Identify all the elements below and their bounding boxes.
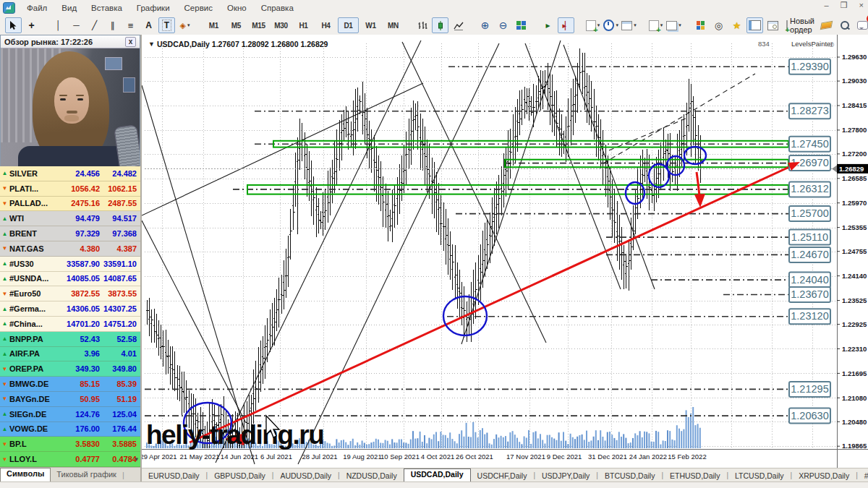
timeframe-w1[interactable]: W1 — [360, 17, 381, 33]
candlestick-chart-icon[interactable] — [432, 17, 448, 33]
symbol-row-NAT.GAS[interactable]: ▼NAT.GAS4.3804.387 — [0, 241, 140, 257]
zoom-out-icon[interactable]: ⊖ — [495, 17, 511, 33]
data-window-icon[interactable] — [746, 17, 763, 33]
symbol-row-WTI[interactable]: ▲WTI94.47994.517 — [0, 211, 140, 226]
symbol-row-PALLAD...[interactable]: ▼PALLAD...2475.162487.55 — [0, 197, 140, 212]
symbol-row-#Germa...[interactable]: ▲#Germa...14306.0514307.25 — [0, 301, 140, 317]
chart-tab-eurusd[interactable]: EURUSD,Daily — [142, 471, 206, 482]
symbol-row-AIRF.PA[interactable]: ▲AIRF.PA3.964.01 — [0, 347, 140, 362]
timeframe-h4[interactable]: H4 — [315, 17, 336, 33]
close-icon[interactable]: x — [125, 37, 136, 47]
minimize-button[interactable]: – — [825, 1, 829, 10]
menu-графики[interactable]: Графики — [129, 0, 177, 16]
timeframe-d1[interactable]: D1 — [338, 17, 359, 33]
app-logo-icon — [3, 2, 15, 14]
chart-tab-audusd[interactable]: AUDUSD,Daily — [273, 471, 338, 482]
eraser-icon[interactable] — [818, 17, 835, 33]
svg-text:1.20630: 1.20630 — [791, 410, 828, 421]
chart-tab-usdchf[interactable]: USDCHF,Daily — [471, 471, 534, 482]
symbol-row-#USNDA...[interactable]: ▲#USNDA...14085.0514087.65 — [0, 272, 140, 287]
tab-tick-chart[interactable]: Тиковый график — [51, 469, 122, 482]
window-layout-icon[interactable]: ▾ — [665, 17, 682, 33]
chart-tab-usdcad[interactable]: USDCAD,Daily — [404, 468, 471, 482]
svg-text:1.23670: 1.23670 — [791, 288, 828, 300]
chart-shift-icon[interactable]: ▸▏ — [558, 17, 574, 33]
menu-файл[interactable]: Файл — [20, 0, 54, 16]
market-watch-tabs: Символы Тиковый график| — [0, 467, 140, 482]
symbol-row-LLOY.L[interactable]: ▼LLOY.L0.47770.4784▾ — [0, 452, 140, 467]
scroll-down-icon[interactable]: ▾ — [135, 455, 138, 463]
palette-icon[interactable] — [692, 17, 709, 33]
chart-tab-#ussid[interactable]: #USSid — [858, 471, 868, 482]
trendline-icon[interactable]: ╱ — [86, 17, 103, 33]
symbol-row-OREP.PA[interactable]: ▼OREP.PA349.30349.80 — [0, 361, 140, 377]
chat-icon[interactable]: 1 — [854, 17, 868, 33]
svg-text:1.24670: 1.24670 — [791, 249, 828, 260]
timeframe-m15[interactable]: M15 — [248, 17, 269, 33]
symbol-row-PLATI...[interactable]: ▼PLATI...1056.421062.15 — [0, 181, 140, 197]
symbol-row-SIEGn.DE[interactable]: ▲SIEGn.DE124.76125.04 — [0, 407, 140, 422]
symbol-row-BNPP.PA[interactable]: ▲BNPP.PA52.4352.58 — [0, 332, 140, 347]
bar-chart-icon[interactable] — [414, 17, 430, 33]
chart-tab-ltcusd[interactable]: LTCUSD,Daily — [728, 471, 790, 482]
restore-button[interactable]: ❒ — [841, 1, 848, 10]
menu-вставка[interactable]: Вставка — [84, 0, 129, 16]
crosshair-icon[interactable]: + — [23, 17, 40, 33]
timeframe-h1[interactable]: H1 — [293, 17, 314, 33]
arrow-objects-icon[interactable]: ◈▾ — [176, 17, 193, 33]
templates-icon[interactable]: ▾ — [621, 17, 637, 33]
symbol-row-#China...[interactable]: ▲#China...14701.2014751.20 — [0, 317, 140, 332]
timeframe-m30[interactable]: M30 — [271, 17, 292, 33]
chart-periods-icon[interactable]: ▾ — [603, 17, 619, 33]
menu-справка[interactable]: Справка — [254, 0, 301, 16]
symbol-row-#US30[interactable]: ▲#US3033587.9033591.10 — [0, 257, 140, 272]
menu-сервис[interactable]: Сервис — [177, 0, 220, 16]
line-chart-icon[interactable] — [450, 17, 467, 33]
chart-tab-nzdusd[interactable]: NZDUSD,Daily — [340, 471, 404, 482]
symbol-row-VOWG.DE[interactable]: ▲VOWG.DE176.00176.44 — [0, 422, 140, 437]
chart-tab-xrpusd[interactable]: XRPUSD,Daily — [792, 471, 856, 482]
symbol-row-BP.L[interactable]: ▼BP.L3.58303.5885 — [0, 437, 140, 452]
search-icon[interactable] — [836, 17, 853, 33]
symbol-row-BAYGn.DE[interactable]: ▼BAYGn.DE50.9551.19 — [0, 392, 140, 407]
chart-window[interactable]: 1.296301.290301.284151.278001.272001.265… — [142, 35, 868, 468]
tile-windows-icon[interactable] — [513, 17, 529, 33]
auto-scroll-icon[interactable]: ▸ — [540, 17, 556, 33]
svg-text:1.22925: 1.22925 — [842, 320, 867, 328]
new-order-button[interactable]: Новый ордер — [791, 17, 812, 33]
vertical-line-icon[interactable]: │ — [50, 17, 67, 33]
strategy-tester-icon[interactable] — [765, 17, 781, 33]
crosshair-target-icon[interactable]: ◎ — [710, 17, 727, 33]
cursor-icon[interactable] — [5, 17, 22, 33]
symbol-row-#Euro50[interactable]: ▼#Euro503872.553873.55 — [0, 286, 140, 301]
equidistant-channel-icon[interactable]: ∥ — [104, 17, 121, 33]
text-icon[interactable]: A — [140, 17, 157, 33]
new-chart-icon[interactable]: ▾ — [584, 17, 601, 33]
usdcad-daily-chart[interactable]: 1.296301.290301.284151.278001.272001.265… — [142, 35, 868, 468]
symbol-name: NAT.GAS — [9, 244, 63, 253]
symbol-row-BMWG.DE[interactable]: ▼BMWG.DE85.1585.39 — [0, 377, 140, 392]
close-button[interactable]: × — [859, 1, 864, 10]
chevron-down-icon: ▾ — [634, 22, 637, 28]
menu-окно[interactable]: Окно — [220, 0, 254, 16]
chart-tab-btcusd[interactable]: BTCUSD,Daily — [598, 471, 661, 482]
timeframe-m5[interactable]: M5 — [226, 17, 247, 33]
chart-tab-ethusd[interactable]: ETHUSD,Daily — [663, 471, 726, 482]
timeframe-mn[interactable]: MN — [383, 17, 404, 33]
timeframe-m1[interactable]: M1 — [203, 17, 224, 33]
zoom-in-icon[interactable]: ⊕ — [477, 17, 493, 33]
chart-tab-usdjpy[interactable]: USDJPY,Daily — [535, 471, 596, 482]
chart-tab-gbpusd[interactable]: GBPUSD,Daily — [208, 471, 272, 482]
symbol-row-BRENT[interactable]: ▲BRENT97.32997.368 — [0, 226, 140, 241]
favorites-icon[interactable]: ★ — [728, 17, 745, 33]
svg-text:1.20480: 1.20480 — [842, 418, 867, 426]
menu-вид[interactable]: Вид — [54, 0, 84, 16]
ask-price: 94.517 — [100, 214, 137, 223]
symbol-name: #China... — [9, 320, 63, 328]
tab-symbols[interactable]: Символы — [0, 468, 51, 482]
symbol-row-SILVER[interactable]: ▲SILVER24.45624.482 — [0, 166, 140, 181]
text-label-icon[interactable]: T — [158, 17, 175, 33]
horizontal-line-icon[interactable]: ─ — [68, 17, 85, 33]
fibonacci-retracement-icon[interactable]: ≡ — [122, 17, 139, 33]
add-indicator-icon[interactable]: ▾ — [647, 17, 664, 33]
